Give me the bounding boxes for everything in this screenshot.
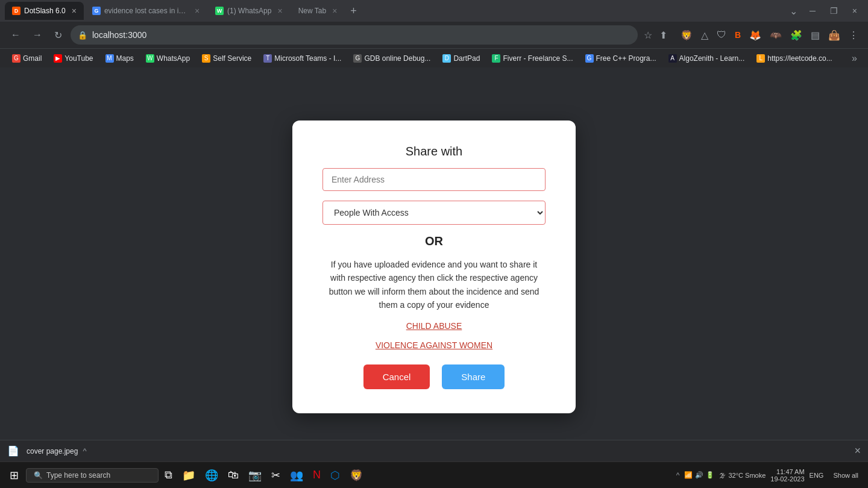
bookmark-fiverr-favicon: F: [492, 54, 500, 63]
new-tab-button[interactable]: +: [345, 5, 362, 17]
taskbar-snip-button[interactable]: ✂: [268, 466, 284, 484]
address-input-wrap[interactable]: 🔒 localhost:3000: [71, 25, 638, 45]
taskbar-edge-button[interactable]: 🌐: [201, 466, 222, 484]
rewards-bat-icon[interactable]: 🦇: [767, 28, 784, 42]
reload-button[interactable]: ↻: [51, 27, 66, 43]
dialog-buttons: Cancel Share: [363, 364, 505, 389]
dialog-title: Share with: [406, 145, 463, 158]
download-item: cover page.jpeg ^: [27, 446, 87, 455]
language-indicator: ENG: [810, 472, 824, 479]
bookmark-whatsapp-label: WhatsApp: [157, 54, 190, 63]
tab-whatsapp-title: (1) WhatsApp: [227, 7, 271, 15]
taskbar-right: ^ 📶 🔊 🔋 🌫 32°C Smoke 11:47 AM 19-02-2023…: [676, 468, 863, 483]
bookmark-selfservice-favicon: S: [202, 54, 210, 63]
extensions-puzzle-icon[interactable]: 🦊: [747, 28, 764, 42]
bookmark-fiverr-label: Fiverr - Freelance S...: [503, 54, 573, 63]
bookmark-dartpad-label: DartPad: [453, 54, 480, 63]
bookmark-leetcode-label: https://leetcode.co...: [767, 54, 832, 63]
bookmark-gmail-label: Gmail: [23, 54, 42, 63]
taskbar-photos-button[interactable]: 📷: [245, 466, 265, 484]
wallet-icon[interactable]: 👜: [826, 28, 843, 42]
tab-newtab-title: New Tab: [298, 7, 326, 15]
brave-rewards-icon[interactable]: △: [699, 28, 711, 42]
tab-newtab-close[interactable]: ×: [332, 6, 337, 16]
brave-shield-icon[interactable]: 🦁: [678, 28, 695, 42]
taskbar-vscode-button[interactable]: ⬡: [327, 466, 344, 484]
show-all-button[interactable]: Show all: [828, 471, 863, 480]
bookmark-dartpad[interactable]: D DartPad: [438, 52, 485, 64]
tab-google-close[interactable]: ×: [195, 6, 200, 16]
bookmark-maps[interactable]: M Maps: [101, 52, 139, 64]
bookmark-leetcode[interactable]: L https://leetcode.co...: [752, 52, 837, 64]
bookmark-star-button[interactable]: ☆: [643, 28, 653, 42]
bookmark-youtube[interactable]: ▶ YouTube: [49, 52, 98, 64]
taskbar-brave-button[interactable]: 🦁: [346, 466, 366, 484]
brave-b-icon[interactable]: B: [732, 29, 743, 41]
cancel-button[interactable]: Cancel: [363, 364, 430, 389]
address-field[interactable]: [322, 168, 546, 191]
taskbar-teams-button[interactable]: 👥: [286, 466, 307, 484]
tab-dotslash-close[interactable]: ×: [72, 6, 77, 16]
forward-button[interactable]: →: [29, 27, 46, 43]
taskbar: ⊞ 🔍 Type here to search ⧉ 📁 🌐 🛍 📷 ✂ 👥 N …: [0, 461, 868, 488]
volume-icon: 🔊: [695, 471, 703, 479]
close-button[interactable]: ×: [846, 5, 863, 17]
bookmark-algozenith-label: AlgoZenith - Learn...: [679, 54, 745, 63]
tab-newtab[interactable]: New Tab ×: [291, 2, 345, 20]
taskbar-search[interactable]: 🔍 Type here to search: [26, 468, 159, 483]
brave-vpn-icon[interactable]: 🛡: [714, 28, 729, 42]
tab-whatsapp-close[interactable]: ×: [277, 6, 282, 16]
temperature-text: 32°C Smoke: [728, 472, 766, 479]
bookmark-teams[interactable]: T Microsoft Teams - I...: [259, 52, 346, 64]
bookmark-gmail[interactable]: G Gmail: [7, 52, 46, 64]
tab-google[interactable]: G evidence lost cases in india - Google …: [85, 2, 207, 20]
tab-dotslash[interactable]: D DotSlash 6.0 ×: [5, 2, 84, 20]
child-abuse-link[interactable]: CHILD ABUSE: [406, 321, 462, 331]
bookmark-whatsapp[interactable]: W WhatsApp: [141, 52, 195, 64]
extensions-icon[interactable]: 🧩: [788, 28, 805, 42]
bookmark-youtube-label: YouTube: [64, 54, 93, 63]
tab-whatsapp[interactable]: W (1) WhatsApp ×: [208, 2, 290, 20]
address-text: localhost:3000: [92, 30, 631, 40]
tab-whatsapp-favicon: W: [215, 7, 224, 15]
access-select[interactable]: People With Access Anyone with the link …: [322, 201, 546, 225]
menu-icon[interactable]: ⋮: [846, 28, 861, 42]
taskbar-search-placeholder: Type here to search: [46, 471, 110, 480]
start-button[interactable]: ⊞: [5, 466, 24, 484]
tab-list-button[interactable]: ⌄: [786, 4, 801, 18]
share-address-button[interactable]: ⬆: [658, 28, 668, 42]
violence-against-women-link[interactable]: VIOLENCE AGAINST WOMEN: [376, 340, 492, 350]
address-bar: ← → ↻ 🔒 localhost:3000 ☆ ⬆ 🦁 △ 🛡 B 🦊 🦇 🧩…: [0, 22, 868, 48]
bookmark-selfservice[interactable]: S Self Service: [197, 52, 256, 64]
bookmarks-bar: G Gmail ▶ YouTube M Maps W WhatsApp S Se…: [0, 48, 868, 67]
bookmark-cpp-favicon: G: [585, 54, 594, 63]
taskbar-files-button[interactable]: 📁: [178, 466, 199, 484]
bookmarks-more-button[interactable]: »: [848, 52, 861, 65]
taskbar-store-button[interactable]: 🛍: [224, 466, 242, 484]
taskbar-netflix-button[interactable]: N: [309, 466, 324, 484]
bookmark-fiverr[interactable]: F Fiverr - Freelance S...: [487, 52, 577, 64]
system-tray-expand[interactable]: ^: [676, 471, 680, 480]
bookmark-gdb-favicon: G: [353, 54, 362, 63]
bookmark-maps-label: Maps: [116, 54, 134, 63]
wifi-icon: 📶: [684, 471, 693, 479]
minimize-button[interactable]: ─: [804, 5, 822, 17]
download-file-icon: 📄: [7, 445, 19, 457]
browser-actions: 🦁 △ 🛡 B 🦊 🦇 🧩 ▤ 👜 ⋮: [678, 28, 861, 42]
taskbar-clock[interactable]: 11:47 AM 19-02-2023: [770, 468, 804, 483]
share-button[interactable]: Share: [442, 364, 505, 389]
bookmark-cpp[interactable]: G Free C++ Progra...: [580, 52, 661, 64]
dialog-description: If you have uploaded evidence and you wa…: [322, 258, 546, 312]
tab-dotslash-favicon: D: [12, 7, 20, 15]
taskview-button[interactable]: ⧉: [161, 466, 176, 484]
download-close-button[interactable]: ×: [854, 445, 861, 457]
download-expand-button[interactable]: ^: [83, 446, 86, 455]
bookmark-gdb[interactable]: G GDB online Debug...: [348, 52, 435, 64]
back-button[interactable]: ←: [7, 27, 24, 43]
bookmark-teams-label: Microsoft Teams - I...: [274, 54, 341, 63]
sidebar-icon[interactable]: ▤: [808, 28, 822, 42]
bookmark-youtube-favicon: ▶: [54, 54, 62, 63]
bookmark-gmail-favicon: G: [12, 54, 20, 63]
maximize-button[interactable]: ❐: [824, 5, 844, 17]
bookmark-algozenith[interactable]: A AlgoZenith - Learn...: [664, 52, 750, 64]
